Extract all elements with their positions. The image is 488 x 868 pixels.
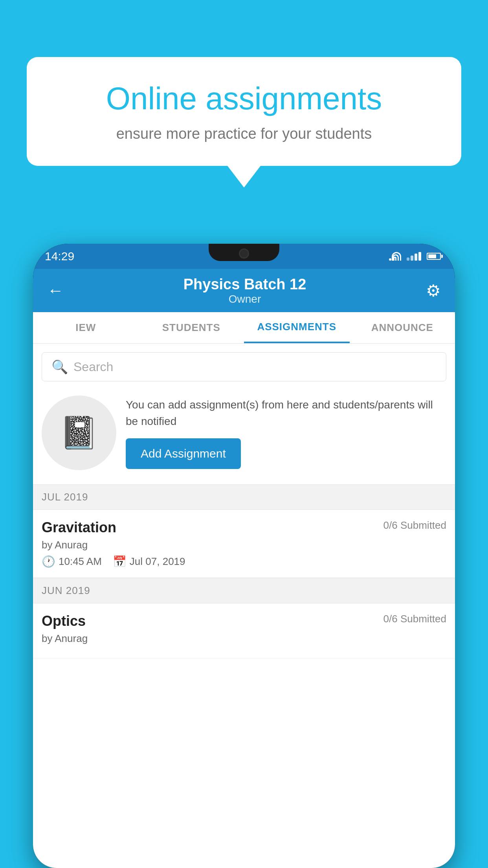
speech-bubble: Online assignments ensure more practice … bbox=[27, 57, 461, 166]
assignment-submitted-optics: 0/6 Submitted bbox=[383, 613, 446, 625]
section-header-jul-2019: JUL 2019 bbox=[33, 484, 455, 510]
assignment-title-optics: Optics bbox=[42, 613, 86, 629]
speech-bubble-title: Online assignments bbox=[54, 81, 434, 117]
phone-camera bbox=[239, 248, 249, 259]
assignment-author-optics: by Anurag bbox=[42, 633, 446, 645]
clock-icon: 🕐 bbox=[42, 555, 55, 568]
assignment-item-optics[interactable]: Optics 0/6 Submitted by Anurag bbox=[33, 603, 455, 658]
assignment-time-gravitation: 🕐 10:45 AM bbox=[42, 555, 102, 568]
assignment-header-optics: Optics 0/6 Submitted bbox=[42, 613, 446, 629]
tab-students[interactable]: STUDENTS bbox=[139, 312, 244, 343]
assignment-author-gravitation: by Anurag bbox=[42, 539, 446, 551]
phone-frame: 14:29 ← Physics Batch bbox=[33, 244, 455, 868]
tabs: IEW STUDENTS ASSIGNMENTS ANNOUNCE bbox=[33, 312, 455, 344]
tab-announcements[interactable]: ANNOUNCE bbox=[350, 312, 455, 343]
notebook-icon: 📓 bbox=[59, 414, 99, 451]
assignment-icon-wrapper: 📓 bbox=[42, 395, 116, 470]
empty-state-text: You can add assignment(s) from here and … bbox=[126, 397, 446, 469]
app-bar: ← Physics Batch 12 Owner ⚙ bbox=[33, 269, 455, 312]
empty-state-description: You can add assignment(s) from here and … bbox=[126, 397, 446, 430]
calendar-icon: 📅 bbox=[113, 555, 127, 568]
assignment-submitted-gravitation: 0/6 Submitted bbox=[383, 519, 446, 531]
assignment-title-gravitation: Gravitation bbox=[42, 519, 116, 536]
speech-bubble-tail bbox=[227, 166, 261, 188]
assignment-meta-gravitation: 🕐 10:45 AM 📅 Jul 07, 2019 bbox=[42, 555, 446, 568]
assignment-item-gravitation[interactable]: Gravitation 0/6 Submitted by Anurag 🕐 10… bbox=[33, 510, 455, 578]
signal-bars-icon bbox=[407, 252, 421, 261]
status-icons bbox=[389, 252, 441, 261]
app-bar-subtitle: Owner bbox=[183, 293, 306, 305]
app-bar-center: Physics Batch 12 Owner bbox=[183, 276, 306, 305]
assignment-time-value-gravitation: 10:45 AM bbox=[59, 555, 102, 568]
app-bar-title: Physics Batch 12 bbox=[183, 276, 306, 293]
settings-icon[interactable]: ⚙ bbox=[426, 281, 441, 300]
phone-notch bbox=[209, 244, 279, 261]
search-placeholder-text: Search bbox=[73, 360, 113, 374]
empty-state: 📓 You can add assignment(s) from here an… bbox=[42, 388, 446, 477]
tab-assignments[interactable]: ASSIGNMENTS bbox=[244, 312, 350, 343]
assignment-date-gravitation: 📅 Jul 07, 2019 bbox=[113, 555, 185, 568]
add-assignment-button[interactable]: Add Assignment bbox=[126, 438, 241, 469]
section-header-jun-2019: JUN 2019 bbox=[33, 578, 455, 603]
status-time: 14:29 bbox=[45, 250, 74, 263]
main-content: 🔍 Search 📓 You can add assignment(s) fro… bbox=[33, 344, 455, 868]
assignment-date-value-gravitation: Jul 07, 2019 bbox=[130, 555, 185, 568]
tab-iew[interactable]: IEW bbox=[33, 312, 139, 343]
wifi-icon bbox=[389, 252, 401, 261]
back-button[interactable]: ← bbox=[47, 281, 64, 300]
battery-icon bbox=[427, 253, 441, 260]
speech-bubble-subtitle: ensure more practice for your students bbox=[54, 125, 434, 142]
search-bar[interactable]: 🔍 Search bbox=[42, 352, 446, 381]
assignment-header-gravitation: Gravitation 0/6 Submitted bbox=[42, 519, 446, 536]
search-icon: 🔍 bbox=[51, 359, 68, 375]
speech-bubble-wrapper: Online assignments ensure more practice … bbox=[27, 57, 461, 188]
